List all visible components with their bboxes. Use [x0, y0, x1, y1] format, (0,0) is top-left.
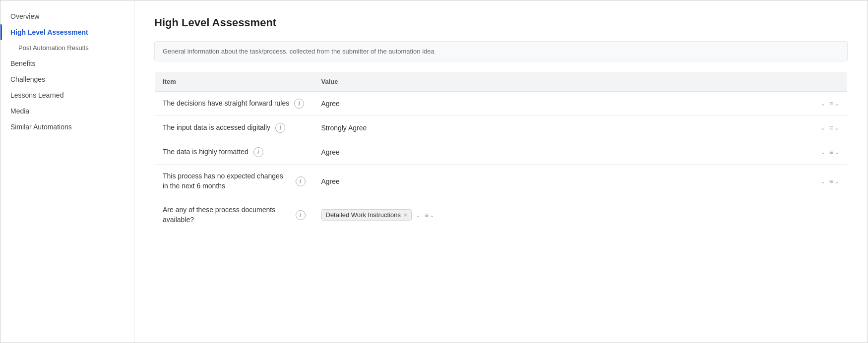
value-cell-1: Strongly Agree⌄≡⌄ — [313, 116, 848, 140]
page-title: High Level Assessment — [154, 16, 848, 29]
table-row: The input data is accessed digitallyiStr… — [155, 116, 848, 140]
sidebar-item-media[interactable]: Media — [0, 103, 134, 119]
note-icon-1: ≡ — [829, 124, 833, 132]
note-icon-wrap-1[interactable]: ≡⌄ — [829, 124, 839, 132]
note-icon-wrap-2[interactable]: ≡⌄ — [829, 148, 839, 156]
info-icon-3[interactable]: i — [296, 176, 306, 186]
item-cell-0: The decisions have straight forward rule… — [155, 92, 313, 116]
col-value-header: Value — [313, 72, 848, 92]
value-text-1: Strongly Agree — [321, 124, 816, 132]
value-text-0: Agree — [321, 100, 816, 108]
assessment-table: Item Value The decisions have straight f… — [154, 71, 848, 232]
chevron-down-icon-4[interactable]: ⌄ — [416, 212, 421, 219]
note-chevron-icon-1[interactable]: ⌄ — [834, 124, 839, 131]
value-cell-0: Agree⌄≡⌄ — [313, 92, 848, 116]
table-row: The decisions have straight forward rule… — [155, 92, 848, 116]
item-label-2: The data is highly formatted — [163, 147, 248, 157]
sidebar-item-challenges[interactable]: Challenges — [0, 71, 134, 87]
info-banner: General information about the task/proce… — [154, 41, 848, 61]
value-cell-3: Agree⌄≡⌄ — [313, 165, 848, 198]
note-icon-wrap-0[interactable]: ≡⌄ — [829, 100, 839, 108]
note-icon-2: ≡ — [829, 148, 833, 156]
app-frame: OverviewHigh Level AssessmentPost Automa… — [0, 0, 868, 343]
sidebar: OverviewHigh Level AssessmentPost Automa… — [0, 0, 134, 343]
item-cell-1: The input data is accessed digitallyi — [155, 116, 313, 140]
note-chevron-icon-2[interactable]: ⌄ — [834, 149, 839, 156]
info-icon-0[interactable]: i — [294, 99, 304, 109]
note-icon-wrap-3[interactable]: ≡⌄ — [829, 177, 839, 185]
tag-label-4: Detailed Work Instructions — [326, 211, 401, 219]
item-label-3: This process has no expected changes in … — [163, 172, 291, 191]
table-row: This process has no expected changes in … — [155, 165, 848, 198]
info-icon-4[interactable]: i — [296, 210, 306, 220]
chevron-down-icon-2[interactable]: ⌄ — [820, 149, 825, 156]
note-chevron-icon-3[interactable]: ⌄ — [834, 178, 839, 185]
sidebar-item-post-automation-results[interactable]: Post Automation Results — [0, 40, 134, 56]
info-icon-1[interactable]: i — [275, 123, 285, 133]
value-text-2: Agree — [321, 148, 816, 156]
note-icon-4: ≡ — [425, 211, 429, 219]
sidebar-item-similar-automations[interactable]: Similar Automations — [0, 119, 134, 135]
item-cell-2: The data is highly formattedi — [155, 140, 313, 165]
note-icon-wrap-4[interactable]: ≡⌄ — [425, 211, 434, 219]
sidebar-item-lessons-learned[interactable]: Lessons Learned — [0, 87, 134, 103]
table-row: Are any of these process documents avail… — [155, 198, 848, 232]
value-cell-2: Agree⌄≡⌄ — [313, 140, 848, 165]
sidebar-item-overview[interactable]: Overview — [0, 8, 134, 24]
item-label-0: The decisions have straight forward rule… — [163, 99, 289, 109]
chevron-down-icon-1[interactable]: ⌄ — [820, 124, 825, 131]
item-label-4: Are any of these process documents avail… — [163, 205, 291, 225]
col-item-header: Item — [155, 72, 313, 92]
sidebar-item-benefits[interactable]: Benefits — [0, 56, 134, 71]
table-row: The data is highly formattediAgree⌄≡⌄ — [155, 140, 848, 165]
chevron-down-icon-3[interactable]: ⌄ — [820, 178, 825, 185]
item-cell-3: This process has no expected changes in … — [155, 165, 313, 198]
chevron-down-icon-0[interactable]: ⌄ — [820, 100, 825, 107]
sidebar-item-high-level-assessment[interactable]: High Level Assessment — [0, 24, 134, 40]
note-icon-3: ≡ — [829, 177, 833, 185]
note-icon-0: ≡ — [829, 100, 833, 108]
item-label-1: The input data is accessed digitally — [163, 123, 270, 133]
value-text-3: Agree — [321, 177, 816, 185]
note-chevron-icon-0[interactable]: ⌄ — [834, 100, 839, 107]
info-icon-2[interactable]: i — [253, 147, 263, 157]
item-cell-4: Are any of these process documents avail… — [155, 198, 313, 232]
note-chevron-icon-4[interactable]: ⌄ — [430, 212, 434, 219]
main-content: High Level Assessment General informatio… — [134, 0, 868, 343]
tag-close-4[interactable]: × — [404, 212, 407, 219]
value-cell-4: Detailed Work Instructions×⌄≡⌄ — [313, 198, 848, 232]
tag-chip-4: Detailed Work Instructions× — [321, 209, 412, 221]
